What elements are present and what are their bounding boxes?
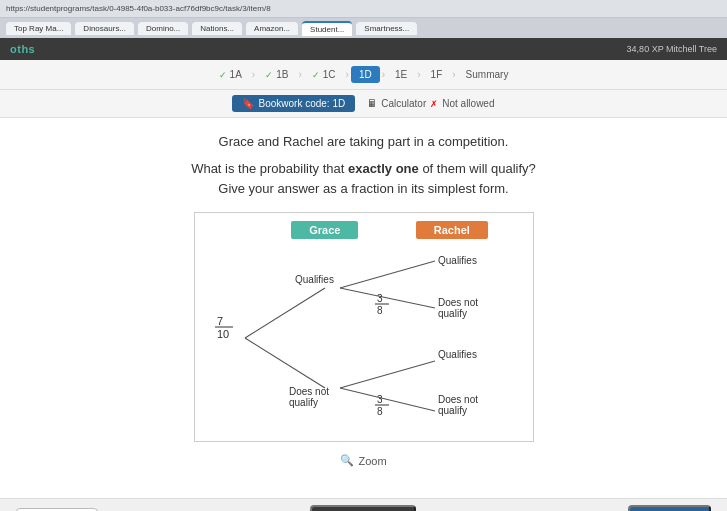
svg-text:Does not: Does not [438,297,478,308]
bookmark-label: Bookwork code: 1D [258,98,345,109]
svg-line-0 [245,288,325,338]
svg-text:Qualifies: Qualifies [295,274,334,285]
svg-text:10: 10 [217,328,229,340]
calculator-icon: 🖩 [367,98,377,109]
tab-summary[interactable]: Summary [458,66,517,83]
tab-1E[interactable]: 1E [387,66,415,83]
svg-text:7: 7 [217,315,223,327]
separator: › [417,69,420,80]
tab-1A-label: 1A [230,69,242,80]
rachel-header: Rachel [416,221,488,239]
calculator-not-allowed: ✗ [430,99,438,109]
tab-summary-label: Summary [466,69,509,80]
svg-text:8: 8 [377,406,383,417]
tree-container: Grace Rachel [20,212,707,442]
grace-header: Grace [291,221,358,239]
tab-1D-label: 1D [359,69,372,80]
tab-1F[interactable]: 1F [423,66,451,83]
check-icon-1C: ✓ [312,70,320,80]
top-nav-left: oths [10,43,35,55]
zoom-row[interactable]: 🔍 Zoom [20,450,707,471]
browser-tab[interactable]: Domino... [138,22,188,35]
svg-text:8: 8 [377,305,383,316]
tab-1A[interactable]: ✓ 1A [211,66,250,83]
svg-text:qualify: qualify [438,308,467,319]
browser-tab[interactable]: Student... [302,21,352,36]
svg-text:3: 3 [377,293,383,304]
calculator-status: Not allowed [442,98,494,109]
question-bold: exactly one [348,161,419,176]
separator: › [252,69,255,80]
svg-text:Does not: Does not [438,394,478,405]
calculator-label: Calculator [381,98,426,109]
previous-button[interactable]: < Previous [16,508,98,512]
answer-button[interactable]: Answer [628,505,711,512]
watch-video-button[interactable]: ▶ Watch video [310,505,415,511]
bookmark-button[interactable]: 🔖 Bookwork code: 1D [232,95,355,112]
browser-tab[interactable]: Smartness... [356,22,417,35]
tab-1B-label: 1B [276,69,288,80]
svg-text:qualify: qualify [438,405,467,416]
question-body-line2: Give your answer as a fraction in its si… [218,181,508,196]
question-body-part2: of them will qualify? [419,161,536,176]
top-nav: oths 34,80 XP Mitchell Tree [0,38,727,60]
question-body: What is the probability that exactly one… [20,159,707,198]
tab-1C-label: 1C [323,69,336,80]
browser-bar: https://studentprograms/task/0-4985-4f0a… [0,0,727,18]
tab-1B[interactable]: ✓ 1B [257,66,296,83]
calculator-button[interactable]: 🖩 Calculator ✗ Not allowed [367,98,494,109]
svg-text:3: 3 [377,394,383,405]
check-icon-1B: ✓ [265,70,273,80]
xp-info: 34,80 XP Mitchell Tree [627,44,717,54]
toolbar-row: 🔖 Bookwork code: 1D 🖩 Calculator ✗ Not a… [0,90,727,118]
browser-url: https://studentprograms/task/0-4985-4f0a… [6,4,271,13]
svg-line-3 [340,288,435,308]
browser-tabs: Top Ray Ma... Dinosaurs... Domino... Nat… [0,18,727,38]
tab-1F-label: 1F [431,69,443,80]
browser-tab[interactable]: Amazon... [246,22,298,35]
separator: › [346,69,349,80]
main-content: Grace and Rachel are taking part in a co… [0,118,727,498]
tab-1E-label: 1E [395,69,407,80]
separator: › [298,69,301,80]
step-tabs: ✓ 1A › ✓ 1B › ✓ 1C › 1D › 1E › 1F › Summ… [0,60,727,90]
check-icon-1A: ✓ [219,70,227,80]
svg-line-4 [340,361,435,388]
browser-tab[interactable]: Nations... [192,22,242,35]
separator: › [452,69,455,80]
separator: › [382,69,385,80]
browser-tab[interactable]: Dinosaurs... [75,22,134,35]
bookmark-icon: 🔖 [242,98,254,109]
svg-line-2 [340,261,435,288]
svg-text:Qualifies: Qualifies [438,255,477,266]
svg-line-1 [245,338,325,388]
probability-tree-svg: 7 10 Qualifies Does not qualify Qualifie… [205,243,515,433]
browser-tab[interactable]: Top Ray Ma... [6,22,71,35]
tab-1C[interactable]: ✓ 1C [304,66,344,83]
svg-text:Does not: Does not [289,386,329,397]
zoom-icon: 🔍 [340,454,354,467]
brand-logo: oths [10,43,35,55]
zoom-label: Zoom [358,455,386,467]
tree-header: Grace Rachel [203,221,517,239]
tree-svg-container: 7 10 Qualifies Does not qualify Qualifie… [203,243,517,433]
svg-text:Qualifies: Qualifies [438,349,477,360]
svg-text:qualify: qualify [289,397,318,408]
bottom-bar: < Previous ▶ Watch video Answer [0,498,727,511]
tree-box: Grace Rachel [194,212,534,442]
tab-1D[interactable]: 1D [351,66,380,83]
question-body-part1: What is the probability that [191,161,348,176]
question-intro: Grace and Rachel are taking part in a co… [20,134,707,149]
svg-line-5 [340,388,435,411]
